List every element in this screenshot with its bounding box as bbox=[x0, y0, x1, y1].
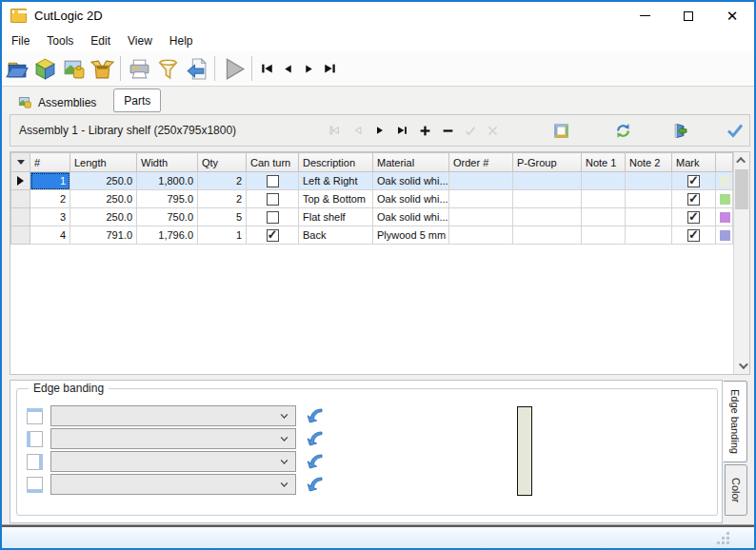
cell-color[interactable] bbox=[716, 190, 733, 208]
menu-file[interactable]: File bbox=[3, 31, 38, 50]
cell-pgroup[interactable] bbox=[513, 190, 582, 208]
col-header-canturn[interactable]: Can turn bbox=[247, 153, 299, 172]
grid-vertical-scrollbar[interactable] bbox=[733, 152, 749, 374]
assembly-post-button[interactable] bbox=[460, 120, 481, 141]
edge-bottom-icon[interactable] bbox=[27, 477, 43, 493]
mark-checkbox[interactable] bbox=[687, 193, 700, 206]
edge-top-icon[interactable] bbox=[27, 408, 43, 424]
assembly-last-button[interactable] bbox=[392, 120, 413, 141]
can-turn-checkbox[interactable] bbox=[267, 193, 279, 206]
toolbar-nav-prev-button[interactable] bbox=[277, 58, 298, 79]
edge-top-select[interactable] bbox=[50, 405, 296, 426]
assembly-first-button[interactable] bbox=[325, 120, 346, 141]
cell-description[interactable]: Top & Bottom bbox=[299, 190, 373, 208]
cell-canturn[interactable] bbox=[247, 172, 299, 190]
cell-description[interactable]: Back bbox=[299, 226, 373, 245]
menu-edit[interactable]: Edit bbox=[82, 31, 119, 50]
toolbar-nav-next-button[interactable] bbox=[298, 58, 319, 79]
menu-tools[interactable]: Tools bbox=[38, 31, 82, 50]
col-header-material[interactable]: Material bbox=[373, 153, 449, 172]
scrollbar-thumb[interactable] bbox=[735, 169, 748, 209]
cell-note2[interactable] bbox=[626, 190, 672, 208]
cell-width[interactable]: 750.0 bbox=[137, 208, 198, 226]
scroll-down-button[interactable] bbox=[734, 358, 749, 374]
run-button[interactable] bbox=[219, 54, 248, 83]
cell-description[interactable]: Left & Right bbox=[299, 172, 373, 190]
table-row[interactable]: 4 791.0 1,796.0 1 Back Plywood 5 mm bbox=[11, 226, 733, 245]
print-button[interactable] bbox=[125, 54, 153, 83]
edge-right-select[interactable] bbox=[50, 451, 296, 472]
assemblies-button[interactable] bbox=[59, 54, 88, 83]
cell-note2[interactable] bbox=[626, 226, 672, 245]
assembly-cancel-button[interactable] bbox=[483, 120, 504, 141]
cell-description[interactable]: Flat shelf bbox=[299, 208, 373, 226]
assembly-delete-button[interactable] bbox=[437, 120, 458, 141]
menu-help[interactable]: Help bbox=[161, 31, 202, 50]
edge-bottom-select[interactable] bbox=[50, 474, 296, 495]
mark-checkbox[interactable] bbox=[687, 229, 700, 242]
cell-canturn[interactable] bbox=[247, 208, 299, 226]
cell-num[interactable]: 2 bbox=[30, 190, 70, 208]
cell-qty[interactable]: 5 bbox=[198, 208, 247, 226]
cell-length[interactable]: 250.0 bbox=[70, 190, 137, 208]
edge-left-icon[interactable] bbox=[27, 431, 43, 447]
scroll-up-button[interactable] bbox=[734, 152, 749, 168]
cell-length[interactable]: 791.0 bbox=[70, 226, 137, 245]
import-button[interactable] bbox=[182, 54, 210, 83]
cell-material[interactable]: Oak solid whi... bbox=[373, 190, 449, 208]
apply-edge-arrow-icon[interactable] bbox=[306, 429, 325, 448]
cell-pgroup[interactable] bbox=[513, 172, 582, 190]
cell-color[interactable] bbox=[716, 208, 733, 226]
open-button[interactable] bbox=[2, 54, 30, 83]
cell-pgroup[interactable] bbox=[513, 208, 582, 226]
tab-parts[interactable]: Parts bbox=[113, 88, 161, 112]
toolbar-nav-last-button[interactable] bbox=[319, 58, 340, 79]
cell-order[interactable] bbox=[449, 172, 513, 190]
filter-button[interactable] bbox=[153, 54, 182, 83]
col-header-note1[interactable]: Note 1 bbox=[582, 153, 626, 172]
col-header-width[interactable]: Width bbox=[137, 153, 198, 172]
cell-num[interactable]: 1 bbox=[30, 172, 70, 190]
confirm-button[interactable] bbox=[723, 118, 747, 143]
frame-button[interactable] bbox=[549, 118, 574, 143]
assembly-prev-button[interactable] bbox=[348, 120, 368, 141]
mark-checkbox[interactable] bbox=[687, 175, 700, 187]
cell-qty[interactable]: 2 bbox=[198, 190, 247, 208]
col-header-mark[interactable]: Mark bbox=[672, 153, 716, 172]
apply-edge-arrow-icon[interactable] bbox=[306, 475, 325, 494]
apply-edge-arrow-icon[interactable] bbox=[306, 452, 325, 471]
refresh-button[interactable] bbox=[611, 118, 636, 143]
col-header-pgroup[interactable]: P-Group bbox=[513, 153, 582, 172]
close-button[interactable]: ✕ bbox=[710, 2, 754, 29]
apply-edge-arrow-icon[interactable] bbox=[306, 406, 325, 425]
cell-note2[interactable] bbox=[626, 172, 672, 190]
cell-material[interactable]: Oak solid whi... bbox=[373, 208, 449, 226]
maximize-button[interactable] bbox=[666, 2, 710, 29]
cell-width[interactable]: 1,796.0 bbox=[137, 226, 198, 245]
cell-note1[interactable] bbox=[582, 208, 626, 226]
edge-right-icon[interactable] bbox=[27, 454, 43, 470]
cell-width[interactable]: 795.0 bbox=[137, 190, 198, 208]
cell-note2[interactable] bbox=[626, 208, 672, 226]
table-row[interactable]: 2 250.0 795.0 2 Top & Bottom Oak solid w… bbox=[11, 190, 733, 208]
cell-mark[interactable] bbox=[672, 226, 716, 245]
toolbar-nav-first-button[interactable] bbox=[256, 58, 277, 79]
minimize-button[interactable] bbox=[623, 2, 666, 29]
stock-button[interactable] bbox=[88, 54, 116, 83]
cell-mark[interactable] bbox=[672, 190, 716, 208]
cell-num[interactable]: 4 bbox=[30, 226, 70, 245]
cell-mark[interactable] bbox=[672, 172, 716, 190]
resize-grip[interactable] bbox=[718, 533, 729, 544]
cell-material[interactable]: Oak solid whi... bbox=[373, 172, 449, 190]
parts-button[interactable] bbox=[30, 54, 59, 83]
cell-order[interactable] bbox=[449, 226, 513, 245]
cell-color[interactable] bbox=[716, 172, 733, 190]
tab-assemblies[interactable]: Assemblies bbox=[8, 91, 106, 113]
side-tab-color[interactable]: Color bbox=[725, 464, 747, 516]
col-header-length[interactable]: Length bbox=[70, 153, 137, 172]
exit-button[interactable] bbox=[666, 118, 691, 143]
cell-canturn[interactable] bbox=[247, 226, 299, 245]
cell-length[interactable]: 250.0 bbox=[70, 172, 137, 190]
cell-width[interactable]: 1,800.0 bbox=[137, 172, 198, 190]
cell-material[interactable]: Plywood 5 mm bbox=[373, 226, 449, 245]
